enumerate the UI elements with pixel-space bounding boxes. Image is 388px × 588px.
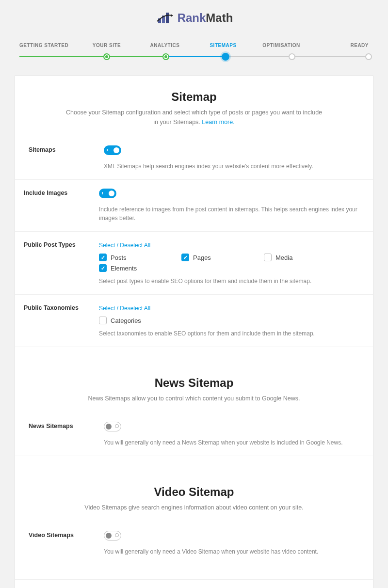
checkbox-posts-label: Posts — [111, 254, 127, 261]
step-dot — [289, 53, 295, 60]
checkbox-elements-label: Elements — [111, 265, 137, 272]
post-types-select-all[interactable]: Select / Deselect All — [99, 242, 150, 249]
step-optimisation[interactable]: OPTIMISATION — [252, 43, 310, 48]
checkbox-media[interactable] — [264, 254, 272, 261]
step-getting-started[interactable]: GETTING STARTED — [19, 43, 78, 48]
news-toggle[interactable] — [104, 422, 121, 431]
step-dot — [162, 53, 169, 60]
video-toggle[interactable] — [104, 531, 121, 540]
video-section-head: Video Sitemap Video Sitemaps give search… — [15, 471, 373, 522]
news-section-head: News Sitemap News Sitemaps allow you to … — [15, 362, 373, 413]
sitemap-desc: Choose your Sitemap configuration and se… — [66, 109, 322, 126]
logo-bars-icon — [155, 11, 175, 25]
step-dot — [365, 53, 372, 60]
checkbox-elements[interactable] — [99, 264, 107, 272]
logo-rank-text: Rank — [178, 11, 206, 24]
checkbox-posts[interactable] — [99, 254, 107, 261]
footer-actions: Skip Step Save and Continue — [15, 579, 373, 588]
checkbox-media-label: Media — [275, 254, 292, 261]
step-ready[interactable]: READY — [310, 43, 369, 48]
sitemaps-toggle[interactable]: ı — [104, 145, 121, 155]
step-your-site[interactable]: YOUR SITE — [78, 43, 136, 48]
learn-more-link[interactable]: Learn more. — [202, 119, 234, 126]
step-sitemaps[interactable]: SITEMAPS — [194, 43, 252, 48]
video-title: Video Sitemap — [64, 485, 324, 499]
images-label: Include Images — [24, 189, 99, 222]
svg-rect-2 — [166, 13, 169, 23]
step-analytics[interactable]: ANALYTICS — [136, 43, 194, 48]
step-dot-current — [222, 53, 229, 61]
logo-math-text: Math — [206, 11, 233, 24]
news-title: News Sitemap — [64, 376, 324, 390]
news-desc: You will generally only need a News Site… — [104, 438, 359, 447]
checkbox-categories-label: Categories — [111, 317, 141, 324]
step-dot — [103, 53, 110, 60]
sitemap-title: Sitemap — [64, 90, 324, 104]
field-include-images: Include Images ı Include reference to im… — [15, 180, 373, 232]
sitemap-section-head: Sitemap Choose your Sitemap configuratio… — [15, 76, 373, 137]
tax-select-all[interactable]: Select / Deselect All — [99, 305, 150, 312]
wizard-stepper: GETTING STARTED YOUR SITE ANALYTICS SITE… — [0, 34, 388, 61]
tax-label: Public Taxonomies — [24, 303, 99, 338]
field-post-types: Public Post Types Select / Deselect All … — [15, 232, 373, 295]
video-desc: You will generally only need a Video Sit… — [104, 547, 359, 556]
field-news-sitemaps: News Sitemaps You will generally only ne… — [15, 413, 373, 456]
images-desc: Include reference to images from the pos… — [99, 205, 359, 222]
field-taxonomies: Public Taxonomies Select / Deselect All … — [15, 295, 373, 347]
tax-desc: Select taxonomies to enable SEO options … — [99, 329, 359, 338]
field-sitemaps: Sitemaps ı XML Sitemaps help search engi… — [15, 137, 373, 180]
post-types-label: Public Post Types — [24, 240, 99, 286]
sitemaps-label: Sitemaps — [29, 145, 104, 171]
checkbox-categories[interactable] — [99, 317, 107, 324]
sitemaps-desc: XML Sitemaps help search engines index y… — [104, 162, 359, 171]
images-toggle[interactable]: ı — [99, 189, 116, 198]
checkbox-pages[interactable] — [181, 254, 189, 261]
video-section-desc: Video Sitemaps give search engines infor… — [64, 503, 324, 512]
post-types-desc: Select post types to enable SEO options … — [99, 277, 359, 286]
field-video-sitemaps: Video Sitemaps You will generally only n… — [15, 522, 373, 565]
checkbox-pages-label: Pages — [193, 254, 211, 261]
brand-logo: RankMath — [0, 0, 388, 34]
main-card: Sitemap Choose your Sitemap configuratio… — [15, 75, 373, 588]
news-section-desc: News Sitemaps allow you to control which… — [64, 394, 324, 403]
news-label: News Sitemaps — [29, 422, 104, 447]
video-label: Video Sitemaps — [29, 531, 104, 556]
